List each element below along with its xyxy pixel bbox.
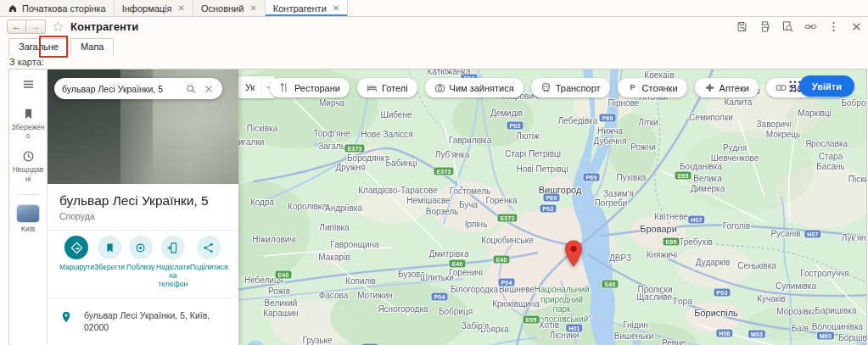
action-directions[interactable]: Маршрути [59, 236, 94, 289]
place-details: бульвар Лесі Українки, 5 Споруда Маршрут… [48, 184, 238, 345]
home-icon [8, 3, 18, 14]
chip-camera[interactable]: Чим зайнятися [425, 78, 524, 97]
tab-close-icon[interactable]: ✕ [178, 3, 185, 13]
subtab-Мапа[interactable]: Мапа [70, 38, 114, 55]
bookmark-icon [104, 242, 116, 254]
category-chip-bar: РестораниГотеліЧим зайнятисяТранспортPСт… [270, 78, 847, 97]
maps-side-rail: ЗбереженоНещодавніКиїв [9, 70, 48, 345]
form-header: ← → Контрагенти [0, 17, 868, 36]
action-bookmark[interactable]: Зберегти [94, 236, 125, 289]
camera-icon [434, 82, 445, 93]
atm-icon [776, 82, 787, 93]
nearby-icon-circle [129, 236, 153, 259]
divider [48, 298, 238, 298]
nav-buttons: ← → [7, 19, 46, 34]
tab-label: Інформація [122, 3, 172, 14]
search-icon [185, 83, 197, 95]
chip-hotel[interactable]: Готелі [357, 78, 417, 97]
bookmark-icon [21, 107, 36, 121]
chip-restaurant[interactable]: Ресторани [270, 78, 350, 97]
input-language-button[interactable]: Ук [238, 76, 261, 98]
subtab-Загальне[interactable]: Загальне [8, 38, 69, 55]
restaurant-icon [279, 82, 290, 93]
rail-item-label: Київ [21, 225, 36, 233]
app-tab-Контрагенти[interactable]: Контрагенти✕ [266, 0, 348, 16]
chip-pharmacy[interactable]: Аптеки [695, 78, 759, 97]
close-icon [203, 83, 215, 95]
share-icon [202, 242, 215, 254]
pharmacy-icon [704, 82, 715, 93]
preview-button[interactable] [781, 20, 794, 34]
chip-label: Чим зайнятися [450, 83, 514, 93]
app-tab-home[interactable]: Початкова сторінка [0, 0, 115, 16]
hotel-icon [367, 82, 378, 93]
print-button[interactable] [758, 20, 771, 34]
app-tab-Основний[interactable]: Основний✕ [193, 0, 266, 16]
clock-icon [21, 149, 36, 164]
chip-bus[interactable]: Транспорт [531, 78, 610, 97]
directions-icon [70, 242, 83, 254]
page-title: Контрагенти [70, 20, 138, 33]
rail-item-menu[interactable] [9, 77, 47, 93]
print-icon [759, 20, 771, 33]
action-share[interactable]: Поділитися [190, 236, 227, 289]
tab-close-icon[interactable]: ✕ [249, 3, 256, 13]
action-send-to-phone[interactable]: Надіслати на телефон [156, 236, 190, 289]
map-marker-pin[interactable] [564, 240, 583, 267]
share-icon-circle [197, 236, 221, 259]
application-window: Початкова сторінкаІнформація✕Основний✕Ко… [0, 0, 868, 345]
link-button[interactable] [804, 20, 817, 34]
bookmark-icon-circle [98, 236, 121, 259]
action-label: Поділитися [190, 263, 227, 271]
sign-in-button[interactable]: Увійти [799, 75, 854, 97]
action-label: Маршрути [59, 263, 94, 271]
chip-label: Стоянки [642, 83, 678, 93]
favorite-star-icon[interactable] [52, 20, 64, 33]
info-row-pin[interactable]: бульвар Лесі Українки, 5, Київ, 02000 [59, 303, 227, 338]
rail-item-Київ[interactable]: Київ [9, 205, 47, 233]
window-close-button[interactable] [849, 20, 863, 34]
nearby-icon [134, 242, 147, 254]
more-button[interactable] [826, 20, 840, 34]
action-label: Зберегти [94, 263, 125, 271]
window-close-icon [850, 20, 863, 33]
action-label: Поблизу [125, 263, 155, 271]
app-tab-bar: Початкова сторінкаІнформація✕Основний✕Ко… [0, 0, 868, 17]
chip-label: Аптеки [720, 83, 749, 93]
divider [48, 230, 238, 231]
subtab-strip: ЗагальнеМапа [0, 36, 868, 55]
pin-icon [59, 310, 73, 324]
place-title: бульвар Лесі Українки, 5 [59, 193, 227, 209]
clear-search-icon[interactable] [203, 83, 215, 95]
forward-button[interactable]: → [26, 19, 46, 34]
menu-icon [21, 77, 36, 92]
kyiv-thumbnail [17, 205, 39, 222]
place-photo[interactable] [48, 70, 238, 184]
send-to-phone-icon-circle [161, 236, 185, 259]
place-info-list: бульвар Лесі Українки, 5, Київ, 02000Зап… [59, 303, 227, 345]
tab-close-icon[interactable]: ✕ [333, 3, 339, 13]
chip-parking[interactable]: PСтоянки [618, 78, 687, 97]
parking-icon: P [627, 82, 638, 93]
search-icon[interactable] [185, 83, 197, 95]
save-button[interactable] [735, 20, 748, 34]
app-tab-Інформація[interactable]: Інформація✕ [115, 0, 193, 16]
back-button[interactable]: ← [7, 19, 26, 34]
rail-item-Збережено[interactable]: Збережено [9, 107, 47, 140]
map-terrain [238, 70, 866, 345]
field-label: З карта: [9, 57, 868, 68]
map-canvas[interactable]: КатюжанкаМирчаШибенеПісківкаМигалкиТорф'… [238, 70, 866, 345]
rail-item-Нещодавні[interactable]: Нещодавні [9, 149, 47, 182]
search-input[interactable] [62, 84, 179, 94]
tab-label: Початкова сторінка [22, 3, 106, 14]
info-row-pencil[interactable]: Запропонувати зміну для місця "бульвар Л… [59, 338, 227, 345]
place-subtitle: Споруда [59, 211, 227, 221]
star-icon [52, 20, 64, 33]
action-nearby[interactable]: Поблизу [125, 236, 155, 289]
svg-text:P: P [630, 83, 635, 92]
search-box [54, 78, 222, 99]
form-toolbar [735, 20, 863, 34]
google-maps-widget: ЗбереженоНещодавніКиїв бульвар Лесі Укра… [8, 69, 867, 345]
more-icon [827, 20, 840, 33]
place-actions: МаршрутиЗберегтиПоблизуНадіслати на теле… [59, 236, 227, 289]
